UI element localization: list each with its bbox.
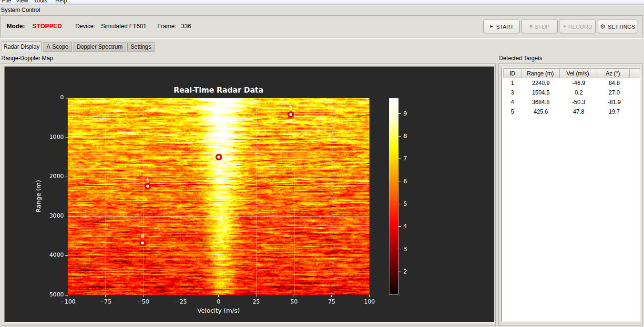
table-cell: 84.8 bbox=[597, 80, 631, 86]
column-header-filler bbox=[629, 68, 640, 78]
colorbar-tick bbox=[399, 204, 401, 204]
start-button[interactable]: ►START bbox=[483, 20, 520, 33]
y-axis-label: Range (m) bbox=[35, 180, 42, 212]
colorbar-tick bbox=[399, 158, 401, 159]
y-tick-label: 5000 bbox=[42, 291, 64, 298]
record-button[interactable]: ●RECORD bbox=[560, 20, 596, 33]
plot-title: Real-Time Radar Data bbox=[68, 86, 369, 95]
y-tick bbox=[65, 137, 68, 137]
column-header-id[interactable]: ID bbox=[503, 68, 521, 78]
table-row[interactable]: 31504.50.227.0 bbox=[502, 88, 640, 97]
button-label: RECORD bbox=[568, 24, 592, 30]
x-tick-label: −75 bbox=[92, 298, 118, 305]
x-tick-label: −50 bbox=[130, 298, 156, 305]
table-cell: 2240.9 bbox=[521, 80, 560, 86]
x-tick bbox=[369, 295, 370, 297]
colorbar-tick-label: 6 bbox=[403, 178, 407, 185]
y-tick-label: 1000 bbox=[42, 134, 64, 140]
colorbar bbox=[389, 98, 399, 295]
menu-bar: FileViewToolsHelp bbox=[0, 0, 644, 5]
mode-label: Mode: bbox=[7, 22, 25, 30]
menu-item-tools[interactable]: Tools bbox=[34, 0, 47, 4]
system-control-title: System Control bbox=[1, 7, 40, 13]
gear-icon: ⚙ bbox=[600, 23, 605, 30]
table-cell: 47.8 bbox=[560, 108, 597, 115]
table-cell: 3 bbox=[503, 89, 521, 96]
target-marker-5 bbox=[287, 111, 294, 118]
colorbar-tick-label: 5 bbox=[403, 200, 407, 207]
settings-button[interactable]: ⚙SETTINGS bbox=[598, 20, 637, 33]
tab-doppler-spectrum[interactable]: Doppler Spectrum bbox=[73, 42, 126, 52]
stop-button[interactable]: ■STOP bbox=[521, 20, 558, 33]
y-tick bbox=[65, 255, 68, 256]
table-cell: 1504.5 bbox=[521, 89, 560, 96]
x-tick bbox=[331, 295, 332, 297]
x-tick bbox=[256, 295, 256, 297]
y-tick-label: 4000 bbox=[42, 252, 64, 258]
table-cell: 19.7 bbox=[597, 108, 631, 115]
stop-icon: ■ bbox=[530, 24, 532, 29]
device-label: Device: bbox=[75, 23, 95, 30]
tab-radar-display[interactable]: Radar Display bbox=[1, 41, 42, 52]
table-cell: 27.0 bbox=[597, 89, 631, 96]
table-cell: 5 bbox=[503, 108, 521, 115]
column-header-range-m[interactable]: Range (m) bbox=[521, 68, 560, 78]
play-icon: ► bbox=[490, 24, 494, 29]
y-tick bbox=[65, 216, 68, 216]
colorbar-tick-label: 9 bbox=[403, 110, 407, 117]
colorbar-tick bbox=[399, 113, 401, 114]
button-label: SETTINGS bbox=[608, 24, 635, 30]
range-doppler-heatmap bbox=[68, 98, 369, 295]
table-cell: -50.3 bbox=[560, 99, 597, 105]
colorbar-tick-label: 2 bbox=[403, 268, 407, 275]
x-tick-label: 100 bbox=[357, 298, 382, 305]
x-tick bbox=[68, 295, 68, 297]
colorbar-tick-label: 4 bbox=[403, 222, 407, 230]
record-icon: ● bbox=[563, 24, 566, 29]
table-body: 12240.9-46.984.831504.50.227.043684.8-50… bbox=[502, 78, 640, 116]
menu-item-view[interactable]: View bbox=[16, 0, 28, 4]
device-value: Simulated FT601 bbox=[101, 23, 146, 30]
tab-settings[interactable]: Settings bbox=[127, 42, 154, 52]
tab-a-scope[interactable]: A-Scope bbox=[43, 42, 72, 52]
x-tick-label: 0 bbox=[206, 298, 232, 305]
x-tick-label: −25 bbox=[168, 298, 194, 305]
target-marker-label: 3 bbox=[214, 148, 224, 153]
y-tick bbox=[65, 98, 68, 98]
target-marker-label: 4 bbox=[138, 234, 147, 239]
frame-label: Frame: bbox=[157, 23, 176, 30]
x-tick-label: 50 bbox=[281, 298, 307, 305]
y-tick bbox=[65, 295, 68, 295]
colorbar-tick bbox=[399, 181, 401, 181]
x-tick-label: 25 bbox=[244, 298, 269, 305]
x-tick bbox=[218, 295, 219, 297]
x-axis-label: Velocity (m/s) bbox=[68, 307, 369, 314]
x-tick bbox=[105, 295, 106, 297]
y-tick bbox=[65, 177, 68, 177]
table-cell: -46.9 bbox=[560, 80, 597, 86]
range-doppler-map-title: Range-Doppler Map bbox=[1, 55, 53, 62]
mode-status-value: STOPPED bbox=[32, 22, 62, 30]
radar-app-window: FileViewToolsHelp System Control Mode: S… bbox=[0, 0, 644, 327]
column-header-az[interactable]: Az (°) bbox=[596, 68, 630, 78]
table-row[interactable]: 43684.8-50.3-81.9 bbox=[502, 97, 640, 107]
colorbar-tick bbox=[399, 136, 401, 137]
table-row[interactable]: 5425.647.819.7 bbox=[502, 107, 640, 116]
menu-item-help[interactable]: Help bbox=[55, 0, 67, 4]
x-tick bbox=[181, 295, 181, 297]
table-cell: 425.6 bbox=[521, 108, 560, 115]
table-row[interactable]: 12240.9-46.984.8 bbox=[502, 78, 640, 88]
colorbar-tick-label: 8 bbox=[403, 132, 407, 139]
table-cell: 4 bbox=[503, 99, 521, 105]
x-tick-label: 75 bbox=[319, 298, 345, 305]
table-cell: -81.9 bbox=[597, 99, 631, 105]
table-cell: 0.2 bbox=[560, 89, 597, 96]
detected-targets-title: Detected Targets bbox=[499, 55, 542, 62]
y-tick-label: 0 bbox=[42, 94, 64, 101]
column-header-vel-m-s[interactable]: Vel (m/s) bbox=[559, 68, 596, 78]
button-label: START bbox=[496, 24, 514, 30]
target-marker-label: 1 bbox=[143, 177, 153, 182]
menu-item-file[interactable]: File bbox=[2, 0, 11, 4]
button-label: STOP bbox=[535, 24, 550, 30]
x-tick-label: −100 bbox=[55, 298, 81, 305]
